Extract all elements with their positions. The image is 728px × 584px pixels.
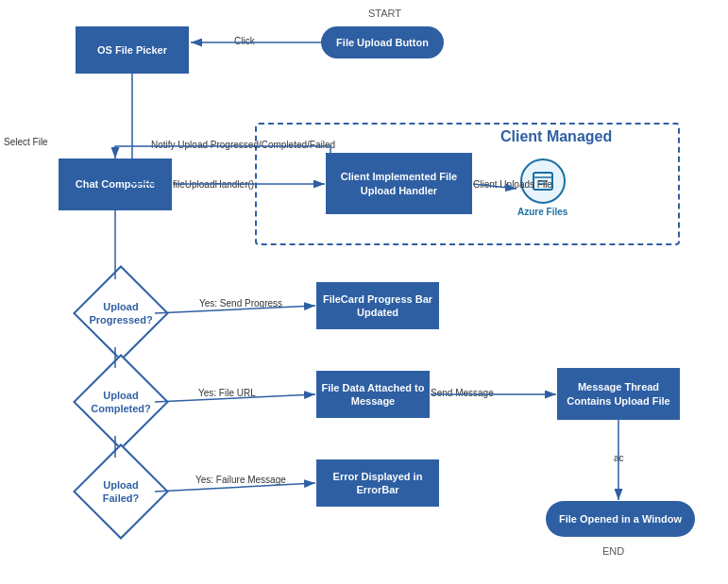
arrow-yes-progress-label: Yes: Send Progress <box>199 298 282 309</box>
arrow-select-file-label: Select File <box>4 137 48 147</box>
upload-failed-diamond: Upload Failed? <box>73 443 169 540</box>
file-upload-button: File Upload Button <box>321 26 444 58</box>
upload-progressed-label: Upload Progressed? <box>89 281 153 345</box>
upload-completed-label: Upload Completed? <box>89 370 153 434</box>
client-managed-label: Client Managed <box>500 128 612 145</box>
diagram: START File Upload Button OS File Picker … <box>0 0 728 584</box>
azure-files-label: Azure Files <box>517 207 567 217</box>
error-displayed: Error Displayed in ErrorBar <box>316 459 439 507</box>
file-data-attached: File Data Attached to Message <box>316 371 430 418</box>
client-handler: Client Implemented File Upload Handler <box>326 153 472 214</box>
upload-progressed-diamond: Upload Progressed? <box>73 265 169 361</box>
file-opened: File Opened in a Window <box>546 501 695 537</box>
arrow-notify-label: Notify Upload Progressed/Completed/Faile… <box>151 140 335 150</box>
arrow-click-label: Click <box>234 36 255 46</box>
arrow-fileupload-label: fileUploadHandler() <box>173 179 254 190</box>
arrow-yes-url-label: Yes: File URL <box>198 388 256 398</box>
filecard-progress: FileCard Progress Bar Updated <box>316 282 439 329</box>
upload-failed-label: Upload Failed? <box>89 459 153 524</box>
arrow-ac-label: ac <box>614 453 624 463</box>
arrow-send-message-label: Send Message <box>431 388 494 398</box>
start-label: START <box>368 8 401 19</box>
arrow-client-uploads-label: Client Uploads File <box>473 179 552 190</box>
message-thread: Message Thread Contains Upload File <box>557 368 680 420</box>
end-label: END <box>602 545 624 557</box>
arrow-yes-failure-label: Yes: Failure Message <box>195 475 286 485</box>
upload-completed-diamond: Upload Completed? <box>73 354 169 450</box>
chat-composite: Chat Composite <box>59 159 172 210</box>
os-file-picker: OS File Picker <box>76 26 189 74</box>
